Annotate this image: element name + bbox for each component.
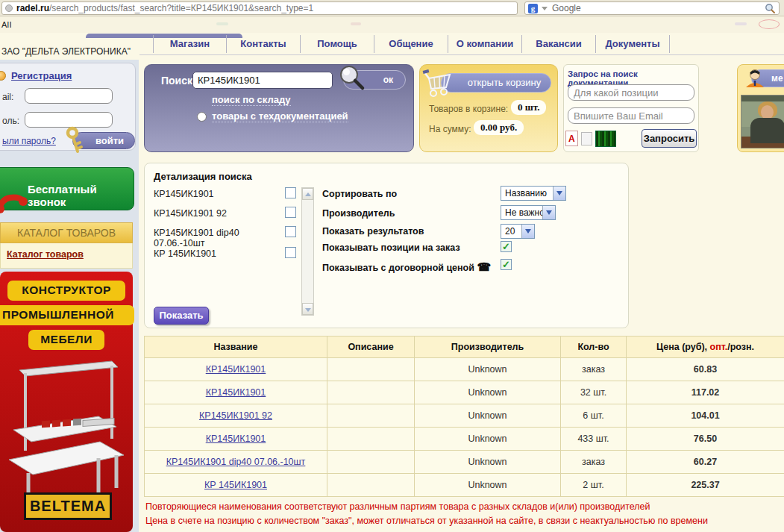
product-search-input[interactable] [192,72,333,89]
sort-select[interactable]: Названию [501,186,566,201]
tab-shop[interactable]: Магазин [153,35,227,53]
header-price: Цена (руб), опт./розн. [627,337,784,358]
tab-about[interactable]: О компании [448,35,522,53]
cell-manufacturer: Unknown [415,451,561,474]
product-search-panel: Поиск ок поиск по складу товары с техдок… [144,64,414,152]
tab-contacts[interactable]: Контакты [227,35,301,53]
doc-position-input[interactable] [568,84,694,101]
results-count-select[interactable]: 20 [501,224,535,239]
product-link[interactable]: КР145ИК1901 [206,364,266,375]
on-order-label: Показывать позиции на заказ [322,242,460,253]
tab-vacancies[interactable]: Вакансии [522,35,596,53]
detail-item-checkbox[interactable] [285,226,296,237]
banner-line-3: МЕБЕЛИ [28,330,104,350]
product-link[interactable]: КР145ИК1901 [206,434,266,444]
furniture-ad-banner[interactable]: КОНСТРУКТОР ПРОМЫШЛЕННОЙ МЕБЕЛИ BELTEMA [0,272,133,532]
forgot-password-link[interactable]: ыли пароль? [2,136,56,146]
free-call-button[interactable]: Бесплатный звонок [0,167,134,210]
chevron-down-icon[interactable] [542,206,555,219]
registration-icon [0,71,6,81]
bookmarks-text: АII [1,20,11,29]
manufacturer-value: Не важно [505,207,545,218]
url-path: /search_products/fast_search?title=КР145… [49,3,313,13]
header-qty: Кол-во [561,337,627,358]
items-scrollbar[interactable] [301,187,314,316]
cell-price: 76.50 [627,428,784,451]
cell-price: 60.83 [627,358,784,381]
password-label: оль: [2,116,19,126]
product-link[interactable]: КР 145ИК1901 [204,480,267,490]
chevron-down-icon[interactable] [521,225,534,238]
main-menu: Магазин Контакты Помощь Общение О компан… [153,35,670,53]
company-name: ЗАО "ДЕЛЬТА ЭЛЕКТРОНИКА" [1,46,131,57]
address-bar[interactable]: radel.ru /search_products/fast_search?ti… [1,1,518,15]
header-price-opt: опт. [710,342,728,352]
cell-manufacturer: Unknown [415,474,561,497]
sort-label: Сортировать по [322,189,397,199]
web-search-input[interactable]: Google [524,1,780,15]
email-label: ail: [2,92,13,102]
password-field[interactable] [25,112,113,128]
search-magnifier-icon[interactable] [765,3,776,14]
tab-help[interactable]: Помощь [301,35,374,53]
manufacturer-select[interactable]: Не важно [501,205,556,220]
manager-photo [741,95,784,148]
registration-link[interactable]: Регистрация [11,70,72,81]
bookmark-smudge [735,22,747,25]
open-cart-button[interactable]: открыть корзину [441,73,551,93]
header-manufacturer: Производитель [415,337,561,358]
cell-price: 104.01 [627,404,784,428]
on-order-checkbox[interactable] [501,241,512,252]
detail-item-checkbox[interactable] [285,187,296,198]
doc-email-input[interactable] [568,107,694,124]
catalog-link[interactable]: Каталог товаров [7,249,84,260]
cell-price: 117.02 [627,381,784,404]
details-title: Детализация поиска [154,171,252,182]
manufacturer-label: Производитель [322,208,395,219]
detail-item-checkbox[interactable] [285,247,296,258]
results-count-label: Показать результатов [322,226,424,237]
doc-request-panel: Запрос на поиск документации Запросить [563,64,699,152]
show-button[interactable]: Показать [154,307,209,325]
cell-qty: 2 шт. [561,474,627,497]
tab-communication[interactable]: Общение [374,35,448,53]
cell-manufacturer: Unknown [415,404,561,428]
product-link[interactable]: КР145ИК1901 92 [199,410,272,421]
negotiated-price-label: Показывать с договорной ценой ☎ [322,260,491,274]
request-button[interactable]: Запросить [642,129,697,148]
table-row: КР 145ИК1901 Unknown 2 шт. 225.37 [145,474,784,497]
tab-documents[interactable]: Документы [596,35,670,53]
chevron-down-icon[interactable] [553,187,565,200]
search-details-panel: Детализация поиска КР145ИК1901 КР145ИК19… [144,163,629,328]
cart-items-value: 0 шт. [511,100,546,115]
radio-stock-label[interactable]: поиск по складу [212,94,291,106]
cell-qty: заказ [561,358,627,381]
cell-description [327,451,415,474]
email-field[interactable] [25,88,113,104]
detail-item-checkbox[interactable] [285,207,296,218]
negotiated-price-checkbox[interactable] [501,259,512,270]
negotiated-price-text: Показывать с договорной ценой [322,263,474,273]
cell-description [327,358,415,381]
detail-item: КР145ИК1901 [154,189,275,199]
results-count-value: 20 [505,226,515,237]
cell-manufacturer: Unknown [415,381,561,404]
magnifier-icon[interactable] [337,63,367,93]
scroll-down-icon[interactable] [302,303,313,315]
radio-docs-search[interactable] [197,112,207,122]
catalog-header: КАТАЛОГ ТОВАРОВ [0,222,133,243]
circuit-board-icon [595,131,616,147]
scroll-up-icon[interactable] [302,188,313,200]
detail-item: КР145ИК1901 dip40 07.06.-10шт [154,228,275,249]
bookmark-smudge [351,22,361,25]
banner-line-1: КОНСТРУКТОР [7,281,125,301]
search-engine-dropdown-icon[interactable] [542,7,548,10]
sort-value: Названию [505,188,547,198]
radio-docs-label[interactable]: товары с техдокументацией [212,110,348,122]
cell-manufacturer: Unknown [415,358,561,381]
product-link[interactable]: КР145ИК1901 [206,387,266,398]
product-link[interactable]: КР145ИК1901 dip40 07.06.-10шт [166,457,306,467]
cell-qty: 6 шт. [561,404,627,428]
banner-line-2: ПРОМЫШЛЕННОЙ [0,305,134,325]
free-call-label: Бесплатный звонок [28,183,134,208]
